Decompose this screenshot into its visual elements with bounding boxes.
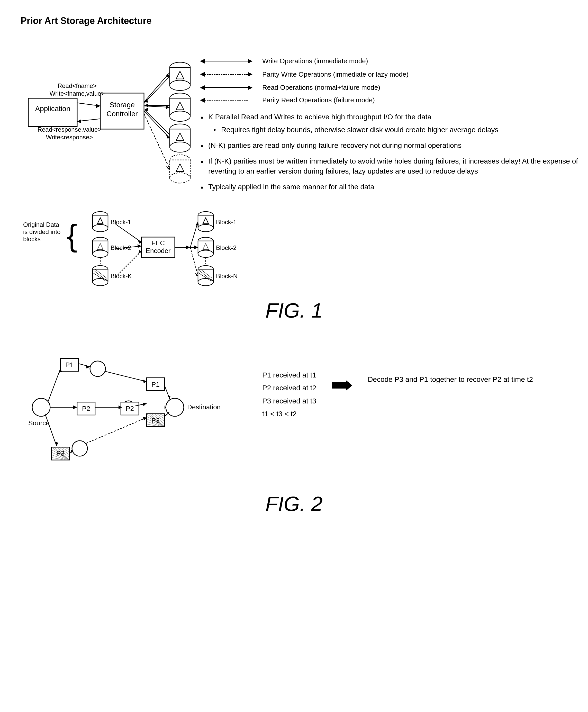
svg-text:Block-N: Block-N (216, 273, 237, 279)
svg-point-105 (72, 441, 87, 456)
svg-point-28 (170, 173, 190, 183)
legend-item-3: Read Operations (normal+failure mode) (201, 84, 586, 91)
svg-marker-8 (96, 104, 100, 108)
svg-marker-157 (168, 396, 170, 399)
svg-line-148 (105, 371, 147, 382)
svg-text:Storage: Storage (109, 101, 135, 109)
bullet-4: Typically applied in the same manner for… (201, 182, 586, 192)
fig2-note3: P3 received at t3 (262, 395, 316, 407)
bullet-3: If (N-K) parities must be written immedi… (201, 156, 586, 176)
svg-point-90 (198, 278, 213, 286)
fig2-svg: Source Destination P1 P2 P2 P1 (21, 338, 252, 482)
svg-text:P2: P2 (126, 405, 134, 413)
legend-area: Write Operations (immediate mode) Parity… (201, 57, 586, 198)
svg-point-103 (90, 361, 105, 376)
svg-text:Read<response,value>: Read<response,value> (38, 126, 101, 133)
svg-point-84 (198, 250, 213, 257)
svg-point-20 (170, 111, 190, 121)
svg-line-34 (144, 111, 170, 138)
svg-text:P1: P1 (151, 380, 160, 388)
svg-text:!: ! (179, 74, 181, 80)
fig2-label: FIG. 2 (21, 492, 567, 516)
svg-marker-147 (86, 365, 90, 369)
svg-marker-149 (143, 379, 147, 383)
fig1-top-area: Application Storage Controller Read<fnam… (21, 37, 567, 196)
legend-item-2: Parity Write Operations (immediate or la… (201, 70, 586, 79)
svg-text:P1: P1 (65, 361, 74, 369)
svg-marker-167 (143, 417, 147, 421)
svg-text:Write<response>: Write<response> (46, 134, 93, 141)
legend-label-3: Read Operations (normal+failure mode) (262, 84, 380, 91)
svg-marker-155 (143, 403, 147, 406)
bullet-1: K Parallel Read and Writes to achieve hi… (201, 112, 586, 134)
svg-point-79 (198, 225, 213, 232)
svg-text:Encoder: Encoder (146, 247, 171, 255)
svg-text:Write<fname,value>: Write<fname,value> (50, 90, 105, 97)
svg-text:blocks: blocks (23, 235, 41, 243)
svg-line-95 (190, 222, 198, 247)
svg-text:Destination: Destination (187, 403, 220, 411)
svg-text:Block-K: Block-K (110, 273, 132, 279)
svg-point-61 (92, 278, 108, 286)
svg-marker-69 (138, 244, 141, 248)
legend-item-4: Parity Read Operations (failure mode) (201, 96, 586, 104)
svg-point-101 (32, 398, 50, 416)
svg-text:P3: P3 (56, 449, 65, 457)
svg-text:Block-1: Block-1 (216, 218, 236, 226)
bullet-2: (N-K) parities are read only during fail… (201, 140, 586, 150)
fig1-label: FIG. 1 (21, 299, 567, 322)
svg-marker-37 (166, 166, 170, 169)
fig2-note2: P2 received at t2 (262, 382, 316, 394)
fig2-notes: P1 received at t1 P2 received at t2 P3 r… (252, 338, 567, 421)
svg-text:Original Data: Original Data (23, 221, 59, 228)
fig2-timing-notes: P1 received at t1 P2 received at t2 P3 r… (262, 369, 316, 421)
svg-marker-76 (186, 246, 190, 249)
svg-text:Block-2: Block-2 (110, 244, 131, 251)
svg-marker-10 (77, 119, 81, 123)
fec-diagram: Original Data is divided into blocks { B… (21, 201, 567, 289)
fig2-decode-note: Decode P3 and P1 together to recover P2 … (368, 374, 533, 385)
svg-line-166 (86, 418, 147, 443)
svg-point-15 (170, 80, 190, 90)
svg-line-162 (45, 414, 57, 446)
legend-label-2: Parity Write Operations (immediate or la… (262, 70, 408, 79)
svg-text:Block-2: Block-2 (216, 244, 236, 251)
sub-bullet-1: Requires tight delay bounds, otherwise s… (208, 125, 586, 135)
svg-text:Block-1: Block-1 (110, 218, 131, 226)
svg-line-66 (116, 224, 141, 242)
svg-text:P2: P2 (82, 405, 90, 413)
svg-text:{: { (67, 218, 77, 252)
svg-marker-98 (194, 246, 198, 249)
legend-item-1: Write Operations (immediate mode) (201, 57, 586, 65)
svg-point-50 (92, 225, 108, 232)
svg-line-38 (144, 72, 170, 102)
legend-label-4: Parity Read Operations (failure mode) (262, 96, 375, 104)
svg-text:is divided into: is divided into (23, 228, 60, 235)
svg-line-30 (144, 76, 170, 103)
svg-marker-33 (166, 105, 170, 109)
svg-point-55 (92, 250, 108, 257)
fig2-diagram: Source Destination P1 P2 P2 P1 (21, 338, 567, 482)
svg-text:Application: Application (35, 105, 70, 112)
svg-text:FEC: FEC (151, 239, 165, 247)
fig2-note1: P1 received at t1 (262, 369, 316, 382)
svg-point-24 (170, 142, 190, 152)
svg-marker-41 (145, 104, 148, 107)
fec-svg: Original Data is divided into blocks { B… (21, 201, 252, 289)
legend-label-1: Write Operations (immediate mode) (262, 57, 368, 65)
svg-line-42 (145, 110, 170, 135)
svg-point-106 (166, 398, 184, 416)
svg-line-144 (48, 369, 60, 401)
svg-marker-35 (166, 135, 170, 139)
fig2-arrow (332, 379, 352, 392)
svg-text:Read<fname>: Read<fname> (58, 82, 97, 89)
svg-marker-151 (73, 405, 77, 409)
svg-text:Source: Source (28, 419, 49, 427)
svg-line-99 (190, 247, 198, 276)
bullet-list: K Parallel Read and Writes to achieve hi… (201, 112, 586, 192)
svg-text:Controller: Controller (106, 110, 138, 118)
fig2-note4: t1 < t3 < t2 (262, 407, 316, 420)
fig2-network: Source Destination P1 P2 P2 P1 (21, 338, 252, 482)
page-title: Prior Art Storage Architecture (21, 16, 567, 26)
svg-text:P3: P3 (151, 417, 160, 424)
